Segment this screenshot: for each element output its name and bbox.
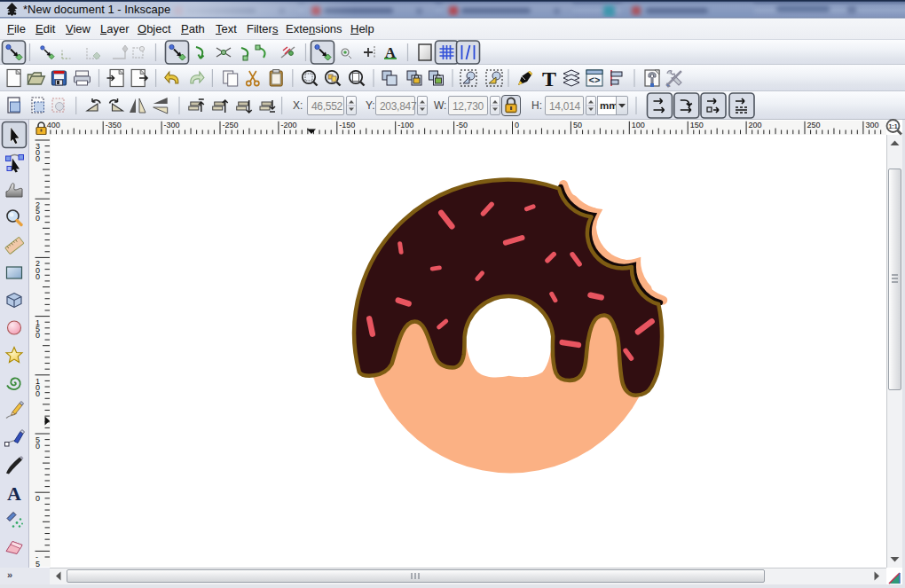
svg-text:-250: -250 bbox=[223, 121, 239, 129]
svg-text:1:1: 1:1 bbox=[888, 123, 897, 129]
svg-text:150: 150 bbox=[690, 121, 704, 129]
svg-text:-100: -100 bbox=[397, 121, 413, 129]
svg-text:0: 0 bbox=[35, 494, 40, 503]
svg-text:250: 250 bbox=[807, 121, 821, 129]
svg-text:-300: -300 bbox=[164, 121, 180, 129]
svg-text:<>: <> bbox=[589, 74, 601, 85]
svg-text:0: 0 bbox=[35, 331, 40, 340]
svg-text:0: 0 bbox=[35, 214, 40, 223]
svg-text:-150: -150 bbox=[339, 121, 355, 129]
svg-text:0: 0 bbox=[35, 272, 40, 281]
svg-text:300: 300 bbox=[865, 121, 878, 129]
svg-text:100: 100 bbox=[632, 121, 645, 129]
svg-text:-350: -350 bbox=[106, 121, 122, 129]
svg-text:T: T bbox=[542, 67, 556, 90]
svg-text:0: 0 bbox=[35, 442, 40, 451]
svg-text:0: 0 bbox=[515, 121, 519, 129]
svg-text:200: 200 bbox=[749, 121, 762, 129]
svg-text:50: 50 bbox=[573, 121, 582, 129]
svg-text:0: 0 bbox=[35, 154, 40, 163]
svg-text:0: 0 bbox=[35, 566, 40, 567]
svg-text:-200: -200 bbox=[280, 121, 296, 129]
svg-text:-50: -50 bbox=[456, 121, 468, 129]
svg-text:0: 0 bbox=[35, 389, 40, 398]
